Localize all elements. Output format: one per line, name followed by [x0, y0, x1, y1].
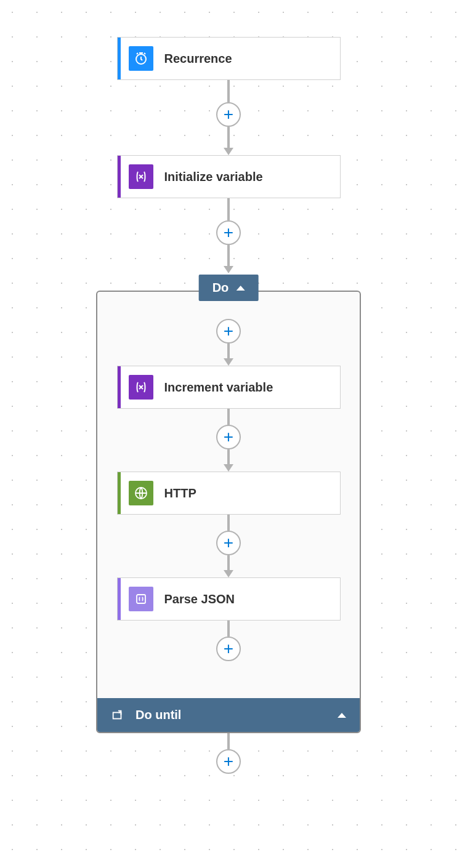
- add-step-button[interactable]: +: [216, 319, 241, 344]
- connector: +: [216, 409, 241, 472]
- variable-icon: [129, 375, 153, 400]
- add-step-button[interactable]: +: [216, 220, 241, 245]
- step-increment-variable[interactable]: Increment variable: [117, 366, 341, 409]
- add-step-button[interactable]: +: [216, 425, 241, 449]
- accent-bar: [118, 472, 121, 514]
- add-step-button[interactable]: +: [216, 102, 241, 127]
- accent-bar: [118, 38, 121, 79]
- connector: +: [216, 621, 241, 661]
- connector: +: [216, 80, 241, 155]
- json-icon: [129, 587, 153, 611]
- add-step-button[interactable]: +: [216, 637, 241, 661]
- do-until-footer[interactable]: Do until: [97, 698, 360, 732]
- accent-bar: [118, 366, 121, 408]
- step-label: Recurrence: [164, 52, 232, 66]
- connector: +: [216, 198, 241, 273]
- do-tab-label: Do: [212, 281, 229, 295]
- chevron-up-icon: [338, 713, 346, 718]
- add-step-button[interactable]: +: [216, 749, 241, 774]
- flow-canvas: Recurrence + Initialize variable + Do +: [0, 0, 457, 774]
- step-label: Increment variable: [164, 380, 273, 395]
- accent-bar: [118, 578, 121, 620]
- svg-rect-2: [137, 595, 145, 603]
- loop-icon: [111, 709, 124, 722]
- step-initialize-variable[interactable]: Initialize variable: [117, 155, 341, 198]
- add-step-button[interactable]: +: [216, 531, 241, 555]
- accent-bar: [118, 156, 121, 198]
- step-label: HTTP: [164, 486, 196, 500]
- footer-label: Do until: [135, 708, 181, 722]
- connector: +: [216, 515, 241, 577]
- step-label: Initialize variable: [164, 170, 263, 184]
- do-tab[interactable]: Do: [199, 275, 259, 301]
- svg-rect-3: [113, 712, 121, 718]
- variable-icon: [129, 164, 153, 189]
- step-label: Parse JSON: [164, 592, 235, 606]
- clock-icon: [129, 46, 153, 71]
- step-http[interactable]: HTTP: [117, 472, 341, 515]
- connector: +: [216, 733, 241, 774]
- globe-icon: [129, 481, 153, 505]
- chevron-up-icon: [236, 286, 245, 291]
- step-recurrence[interactable]: Recurrence: [117, 37, 341, 80]
- do-until-container: Do + Increment variable +: [96, 291, 361, 733]
- loop-body: + Increment variable +: [97, 292, 360, 661]
- step-parse-json[interactable]: Parse JSON: [117, 577, 341, 621]
